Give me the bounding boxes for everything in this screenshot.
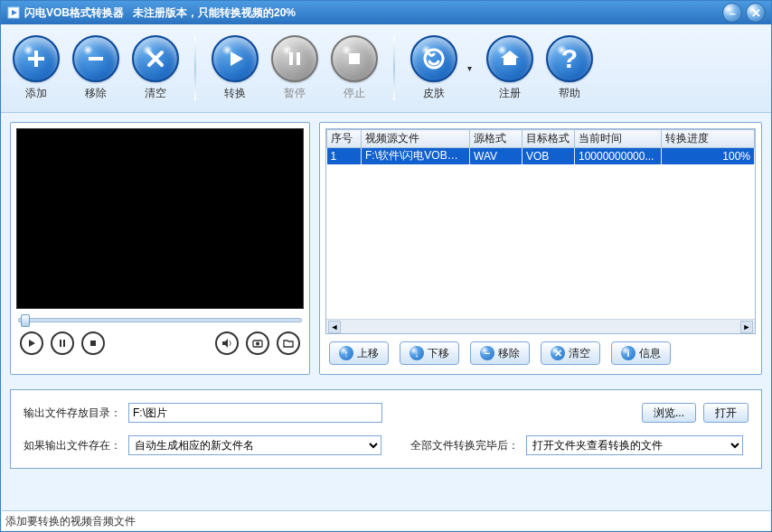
skin-dropdown-icon[interactable]: ▾ (467, 63, 476, 73)
output-dir-label: 输出文件存放目录： (24, 406, 121, 421)
preview-panel (10, 122, 310, 375)
play-small-button[interactable] (20, 331, 43, 355)
svg-rect-9 (60, 340, 61, 347)
close-button[interactable]: ✕ (746, 3, 766, 23)
folder-button[interactable] (277, 331, 300, 355)
skin-icon (410, 35, 457, 82)
minus-icon (72, 35, 119, 82)
stop-button[interactable]: 停止 (328, 35, 381, 101)
scroll-right-icon[interactable]: ► (740, 321, 753, 333)
app-window: 闪电VOB格式转换器 未注册版本，只能转换视频的20% – ✕ 添加 移除 清空… (0, 0, 772, 532)
svg-rect-5 (297, 52, 300, 65)
svg-marker-8 (29, 340, 35, 347)
separator (194, 37, 196, 100)
after-convert-select[interactable]: 打开文件夹查看转换的文件 (526, 435, 743, 455)
status-bar: 添加要转换的视频音频文件 (2, 510, 770, 530)
open-output-button[interactable]: 打开 (703, 403, 748, 423)
file-list-panel: 序号 视频源文件 源格式 目标格式 当前时间 转换进度 1 F:\软件\闪电VO… (319, 122, 762, 375)
pause-small-button[interactable] (51, 331, 74, 355)
titlebar: 闪电VOB格式转换器 未注册版本，只能转换视频的20% – ✕ (1, 1, 771, 24)
x-icon: ✕ (551, 346, 565, 360)
minus-icon: − (480, 346, 494, 360)
svg-rect-6 (349, 53, 360, 64)
svg-rect-10 (63, 340, 65, 347)
info-button[interactable]: i信息 (611, 341, 671, 365)
main-toolbar: 添加 移除 清空 转换 暂停 停止 皮肤 ▾ 注册 (1, 24, 771, 113)
convert-button[interactable]: 转换 (209, 35, 261, 101)
app-icon (6, 5, 21, 20)
browse-button[interactable]: 浏览... (642, 403, 696, 423)
col-progress[interactable]: 转换进度 (662, 130, 755, 148)
down-arrow-icon: ↓ (410, 346, 424, 360)
after-convert-label: 全部文件转换完毕后： (410, 438, 519, 453)
svg-rect-2 (89, 57, 103, 61)
col-dstfmt[interactable]: 目标格式 (523, 130, 575, 148)
up-arrow-icon: ↑ (339, 346, 353, 360)
register-button[interactable]: 注册 (484, 35, 536, 101)
x-icon (132, 35, 179, 82)
stop-small-button[interactable] (81, 331, 105, 355)
output-settings-panel: 输出文件存放目录： 浏览... 打开 如果输出文件存在： 自动生成相应的新文件名… (10, 389, 762, 469)
info-icon: i (621, 346, 635, 360)
col-time[interactable]: 当前时间 (575, 130, 662, 148)
move-up-button[interactable]: ↑上移 (329, 341, 389, 365)
pause-icon (271, 35, 318, 82)
seek-thumb[interactable] (21, 314, 30, 327)
list-remove-button[interactable]: −移除 (470, 341, 530, 365)
move-down-button[interactable]: ↓下移 (400, 341, 459, 365)
home-icon (486, 35, 533, 82)
separator (393, 37, 395, 100)
col-index[interactable]: 序号 (327, 130, 362, 148)
add-button[interactable]: 添加 (10, 35, 62, 101)
app-title-note: 未注册版本，只能转换视频的20% (133, 5, 296, 21)
scroll-left-icon[interactable]: ◄ (328, 321, 341, 333)
remove-button[interactable]: 移除 (70, 35, 122, 101)
plus-icon (13, 35, 60, 82)
minimize-button[interactable]: – (722, 3, 742, 23)
help-button[interactable]: ? 帮助 (543, 35, 596, 101)
list-buttons: ↑上移 ↓下移 −移除 ✕清空 i信息 (320, 340, 761, 374)
h-scrollbar[interactable]: ◄ ► (326, 319, 755, 333)
pause-button[interactable]: 暂停 (268, 35, 321, 101)
volume-button[interactable] (215, 331, 239, 355)
col-srcfmt[interactable]: 源格式 (470, 130, 523, 148)
svg-rect-4 (289, 52, 293, 65)
svg-marker-3 (231, 51, 243, 66)
svg-marker-12 (222, 339, 228, 348)
stop-icon (331, 35, 378, 82)
snapshot-button[interactable] (246, 331, 269, 355)
svg-point-14 (256, 342, 259, 346)
status-text: 添加要转换的视频音频文件 (5, 515, 136, 527)
svg-rect-11 (90, 341, 96, 346)
seek-bar[interactable] (18, 318, 302, 322)
clear-button[interactable]: 清空 (129, 35, 182, 101)
preview-controls (11, 326, 309, 364)
file-exists-select[interactable]: 自动生成相应的新文件名 (128, 435, 381, 455)
table-row[interactable]: 1 F:\软件\闪电VOB格... WAV VOB 10000000000...… (327, 148, 755, 164)
question-icon: ? (546, 35, 593, 82)
video-display (16, 128, 304, 309)
skin-button[interactable]: 皮肤 (408, 35, 460, 101)
col-source[interactable]: 视频源文件 (362, 130, 470, 148)
file-exists-label: 如果输出文件存在： (24, 438, 121, 453)
app-title: 闪电VOB格式转换器 (24, 5, 124, 21)
list-clear-button[interactable]: ✕清空 (541, 341, 600, 365)
play-icon (212, 35, 259, 82)
file-table[interactable]: 序号 视频源文件 源格式 目标格式 当前时间 转换进度 1 F:\软件\闪电VO… (325, 128, 756, 334)
output-dir-input[interactable] (128, 403, 382, 423)
content-area: 序号 视频源文件 源格式 目标格式 当前时间 转换进度 1 F:\软件\闪电VO… (1, 113, 771, 384)
